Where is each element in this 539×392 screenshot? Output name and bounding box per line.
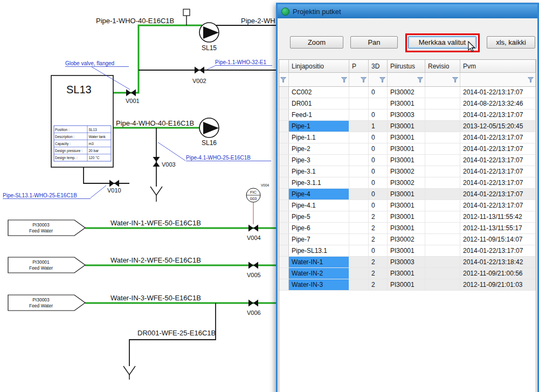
cell-p[interactable] — [349, 189, 369, 200]
cell-pii[interactable]: PI30001 — [388, 132, 425, 143]
row-indicator[interactable] — [279, 155, 289, 166]
cell-d3[interactable]: 0 — [369, 109, 388, 120]
cell-pii[interactable]: PI30001 — [388, 223, 425, 233]
cell-pii[interactable]: PI30001 — [388, 98, 425, 109]
cell-pvm[interactable]: 2012-11-09/15:14:07 — [460, 234, 536, 245]
cell-rev[interactable] — [425, 279, 460, 290]
feed-tag-1[interactable]: PI30003 Feed Water — [8, 220, 85, 236]
cell-p[interactable] — [349, 166, 369, 177]
cell-d3[interactable]: 0 — [369, 177, 388, 188]
filter-cell-linjapositio[interactable] — [289, 73, 349, 86]
column-header-pvm[interactable]: Pvm — [460, 60, 536, 72]
filter-funnel-icon[interactable] — [417, 77, 423, 82]
cell-d3[interactable]: 2 — [369, 268, 388, 279]
filter-cell-piirustus[interactable] — [388, 73, 425, 86]
cell-pos[interactable]: Pipe-3.1.1 — [289, 177, 349, 188]
cell-d3[interactable]: 0 — [369, 245, 388, 256]
valve-v010[interactable] — [109, 180, 119, 187]
grid-row[interactable]: Pipe-40PI300012014-01-22/13:17:07 — [279, 189, 536, 200]
pump-sl15[interactable]: SL15 — [199, 23, 219, 52]
cell-pii[interactable]: PI30001 — [388, 155, 425, 166]
row-indicator[interactable] — [279, 211, 289, 222]
vent-symbol[interactable] — [183, 9, 190, 16]
row-indicator[interactable] — [279, 177, 289, 188]
cell-p[interactable] — [349, 200, 369, 211]
grid-row[interactable]: Pipe-52PI300012012-11-13/11:55:42 — [279, 211, 536, 223]
filter-cell-revisio[interactable] — [425, 73, 460, 86]
column-header-p[interactable]: P — [349, 60, 369, 72]
cell-p[interactable] — [349, 211, 369, 222]
grid-row[interactable]: CC0020PI300022014-01-22/13:17:07 — [279, 87, 536, 98]
cell-rev[interactable] — [425, 98, 460, 109]
cell-pos[interactable]: Pipe-SL13.1 — [289, 245, 349, 256]
cell-pvm[interactable]: 2014-01-22/13:17:07 — [460, 200, 536, 211]
cell-pos[interactable]: Pipe-2 — [289, 143, 349, 154]
row-indicator[interactable] — [279, 132, 289, 143]
cell-rev[interactable] — [425, 223, 460, 233]
cell-pvm[interactable]: 2014-01-22/13:17:07 — [460, 245, 536, 256]
cell-pos[interactable]: Pipe-6 — [289, 223, 349, 233]
tank-sl13[interactable]: SL13 Position : SL13 Description : Water… — [51, 75, 113, 167]
cell-d3[interactable]: 1 — [369, 121, 388, 132]
cell-rev[interactable] — [425, 211, 460, 222]
feed-tag-3[interactable]: PI30003 Feed Water — [8, 295, 85, 311]
column-header-piirustus[interactable]: Piirustus — [388, 60, 425, 72]
column-header-revisio[interactable]: Revisio — [425, 60, 460, 72]
cell-d3[interactable]: 0 — [369, 200, 388, 211]
cell-pvm[interactable]: 2012-11-09/21:01:03 — [460, 279, 536, 290]
filter-funnel-icon[interactable] — [341, 77, 347, 82]
cell-pvm[interactable]: 2014-01-22/13:17:07 — [460, 87, 536, 98]
row-indicator[interactable] — [279, 234, 289, 245]
cell-p[interactable] — [349, 109, 369, 120]
cell-pvm[interactable]: 2014-01-22/13:17:07 — [460, 143, 536, 154]
drain-funnel-symbol[interactable] — [123, 366, 135, 380]
cell-pvm[interactable]: 2013-12-05/15:20:45 — [460, 121, 536, 132]
cell-pii[interactable]: PI30002 — [388, 87, 425, 98]
cell-pos[interactable]: Pipe-1.1 — [289, 132, 349, 143]
cell-p[interactable] — [349, 268, 369, 279]
cell-pos[interactable]: Pipe-4.1 — [289, 200, 349, 211]
pump-sl16[interactable]: SL16 — [199, 118, 219, 147]
filter-funnel-icon[interactable] — [528, 77, 534, 82]
cell-p[interactable] — [349, 223, 369, 233]
cell-pos[interactable]: DR001 — [289, 98, 349, 109]
row-indicator[interactable] — [279, 245, 289, 256]
cell-p[interactable] — [349, 257, 369, 267]
cell-rev[interactable] — [425, 132, 460, 143]
cell-rev[interactable] — [425, 189, 460, 200]
cell-pos[interactable]: CC002 — [289, 87, 349, 98]
cell-p[interactable] — [349, 132, 369, 143]
cell-d3[interactable]: 0 — [369, 189, 388, 200]
pipe-sl13-1-line[interactable] — [84, 167, 129, 183]
cell-pvm[interactable]: 2014-01-22/13:17:07 — [460, 189, 536, 200]
cell-d3[interactable]: 0 — [369, 155, 388, 166]
cell-p[interactable] — [349, 143, 369, 154]
grid-row[interactable]: Pipe-30PI300012014-01-22/13:17:07 — [279, 155, 536, 166]
cell-pvm[interactable]: 2012-11-09/21:00:56 — [460, 268, 536, 279]
cell-pos[interactable]: Feed-1 — [289, 109, 349, 120]
cell-pvm[interactable]: 2014-01-22/13:18:42 — [460, 257, 536, 267]
cell-d3[interactable]: 0 — [369, 132, 388, 143]
cell-rev[interactable] — [425, 87, 460, 98]
cell-d3[interactable]: 2 — [369, 234, 388, 245]
cell-pii[interactable]: PI30002 — [388, 234, 425, 245]
row-indicator[interactable] — [279, 189, 289, 200]
grid-row[interactable]: Water-IN-22PI300012012-11-09/21:00:56 — [279, 268, 536, 279]
filter-funnel-icon[interactable] — [452, 77, 458, 82]
cell-pvm[interactable]: 2014-01-22/13:17:07 — [460, 166, 536, 177]
row-indicator[interactable] — [279, 200, 289, 211]
cell-p[interactable] — [349, 234, 369, 245]
cell-pii[interactable]: PI30001 — [388, 121, 425, 132]
cell-p[interactable] — [349, 155, 369, 166]
row-indicator[interactable] — [279, 223, 289, 233]
valve-v005[interactable] — [248, 262, 258, 269]
column-header-3d[interactable]: 3D — [369, 60, 388, 72]
cell-d3[interactable]: 2 — [369, 211, 388, 222]
grid-row[interactable]: Pipe-62PI300012012-11-13/11:55:17 — [279, 223, 536, 234]
row-indicator[interactable] — [279, 257, 289, 267]
zoom-button[interactable]: Zoom — [290, 36, 343, 49]
grid-row[interactable]: Pipe-1.10PI300012014-01-22/13:17:07 — [279, 132, 536, 143]
cell-pos[interactable]: Water-IN-2 — [289, 268, 349, 279]
filter-cell-pvm[interactable] — [460, 73, 536, 86]
cell-d3[interactable]: 2 — [369, 257, 388, 267]
